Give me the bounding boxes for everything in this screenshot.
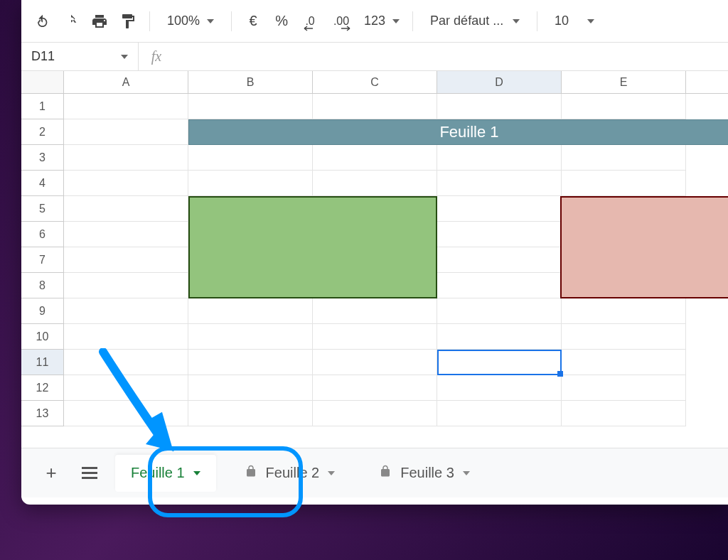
lock-icon [379,465,392,481]
row-header[interactable]: 9 [21,298,64,324]
cell[interactable] [313,298,437,324]
print-button[interactable] [87,9,112,34]
cell[interactable] [562,350,686,375]
grid-area[interactable]: A B C D E 1 2 3 4 5 6 7 8 9 10 11 12 13 … [21,71,728,448]
row-header[interactable]: 2 [21,119,64,145]
formula-input[interactable] [174,43,728,70]
row-header[interactable]: 4 [21,171,64,196]
fill-handle[interactable] [557,371,563,377]
cell[interactable] [437,222,562,247]
paint-format-button[interactable] [115,9,141,34]
row-header[interactable]: 12 [21,375,64,401]
row-header[interactable]: 5 [21,196,64,222]
cell[interactable] [437,94,562,119]
cell[interactable] [313,324,437,350]
row-header[interactable]: 1 [21,94,64,119]
cell[interactable] [437,375,562,401]
cell[interactable] [188,298,313,324]
all-sheets-button[interactable] [77,461,102,486]
sheet-tab-2[interactable]: Feuille 2 [229,455,351,492]
cell[interactable] [188,401,313,426]
cell[interactable] [437,145,562,171]
select-all-corner[interactable] [21,71,64,93]
cell[interactable] [562,94,686,119]
col-header-a[interactable]: A [64,71,188,93]
increase-decimal-button[interactable]: .00 [326,9,357,34]
number-format-dropdown[interactable]: 123 [360,9,404,34]
cell[interactable] [64,222,188,247]
cell[interactable] [188,375,313,401]
row-header[interactable]: 10 [21,324,64,350]
cell[interactable] [64,171,188,196]
red-range[interactable] [560,196,728,298]
cell[interactable] [313,171,437,196]
cell[interactable] [437,247,562,273]
toolbar: 100% € % .0 .00 123 Par défaut ... 10 [21,0,728,43]
row-header[interactable]: 11 [21,350,64,375]
cell[interactable] [562,375,686,401]
col-header-c[interactable]: C [313,71,437,93]
sheet-tab-label: Feuille 1 [131,465,185,481]
cell[interactable] [64,350,188,375]
cell[interactable] [562,401,686,426]
decrease-decimal-button[interactable]: .0 [297,9,323,34]
currency-button[interactable]: € [240,9,266,34]
row-header[interactable]: 7 [21,247,64,273]
cell[interactable] [313,145,437,171]
name-box[interactable]: D11 [21,43,139,71]
cell[interactable] [313,350,437,375]
cell[interactable] [562,298,686,324]
row-header[interactable]: 6 [21,222,64,247]
percent-button[interactable]: % [269,9,294,34]
cell[interactable] [64,94,188,119]
fx-icon: fx [139,48,174,65]
font-size-dropdown[interactable]: 10 [546,9,603,34]
redo-button[interactable] [58,9,84,34]
cell[interactable] [437,196,562,222]
cell[interactable] [64,401,188,426]
cell[interactable] [188,171,313,196]
col-header-e[interactable]: E [562,71,686,93]
cell[interactable] [64,324,188,350]
cell[interactable] [313,94,437,119]
cell[interactable] [437,401,562,426]
cell[interactable] [64,145,188,171]
cell[interactable] [64,375,188,401]
zoom-dropdown[interactable]: 100% [159,9,223,34]
col-header-d[interactable]: D [437,71,562,93]
cell[interactable] [188,94,313,119]
lock-icon [245,465,257,481]
merged-title-cell[interactable]: Feuille 1 [188,119,728,145]
cell[interactable] [562,145,686,171]
cell[interactable] [188,145,313,171]
undo-button[interactable] [30,9,55,34]
cell[interactable] [437,171,562,196]
col-header-b[interactable]: B [188,71,313,93]
chevron-down-icon [121,55,128,59]
cell[interactable] [437,273,562,298]
cell[interactable] [188,350,313,375]
cell[interactable] [64,119,188,145]
row-header[interactable]: 8 [21,273,64,298]
cell[interactable] [188,324,313,350]
chevron-down-icon [587,19,594,23]
sheet-tab-3[interactable]: Feuille 3 [363,455,486,492]
cell[interactable] [437,324,562,350]
sheet-tab-1[interactable]: Feuille 1 [115,455,216,492]
cell[interactable] [313,375,437,401]
sheet-tab-label: Feuille 2 [266,465,320,481]
row-header[interactable]: 13 [21,401,64,426]
cell[interactable] [313,401,437,426]
cell[interactable] [437,298,562,324]
add-sheet-button[interactable]: + [38,461,64,486]
sheet-tab-label: Feuille 3 [400,465,454,481]
cell[interactable] [64,196,188,222]
cell[interactable] [562,171,686,196]
cell[interactable] [64,273,188,298]
green-range[interactable] [188,196,437,298]
font-dropdown[interactable]: Par défaut ... [422,9,528,34]
row-header[interactable]: 3 [21,145,64,171]
cell[interactable] [64,247,188,273]
cell[interactable] [562,324,686,350]
cell[interactable] [64,298,188,324]
